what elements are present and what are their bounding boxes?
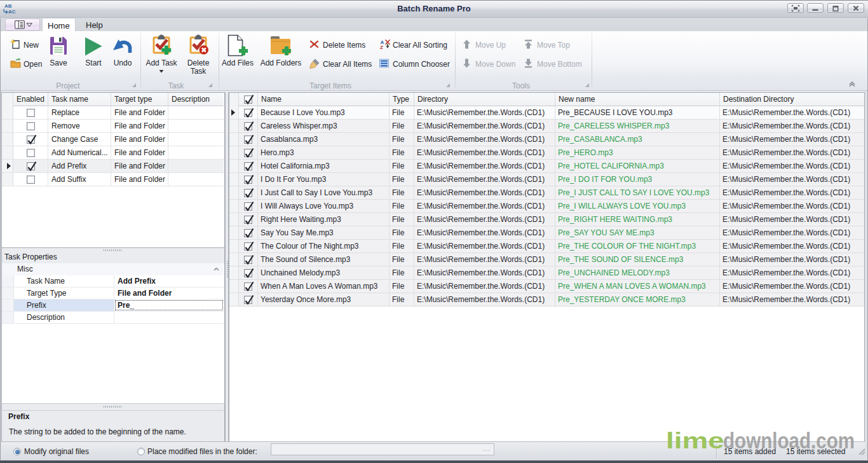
svg-text:Z: Z (380, 45, 383, 50)
